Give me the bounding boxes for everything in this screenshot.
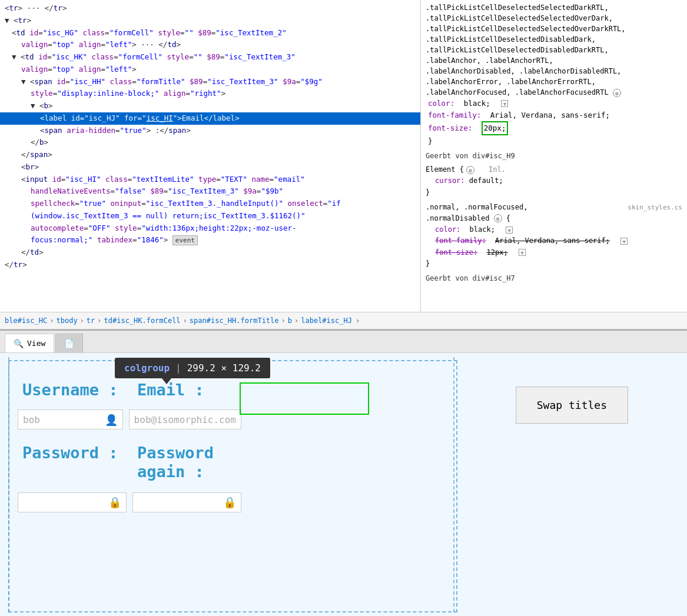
breadcrumb-sep: › <box>80 317 84 325</box>
document-icon: 📄 <box>64 339 74 348</box>
username-input-value: bob <box>23 414 40 425</box>
breadcrumb-sep: › <box>183 317 187 325</box>
breadcrumb-item[interactable]: span#isc_HH.formTitle <box>190 317 279 325</box>
tab-document[interactable]: 📄 <box>55 334 83 352</box>
css-selectors-section: .tallPickListCellDeselectedSelectedDarkR… <box>426 2 682 147</box>
tooltip-sep: | <box>175 362 181 374</box>
element-tooltip: colgroup | 299.2 × 129.2 <box>115 358 270 378</box>
css-normal-section: .normal, .normalFocused, skin_styles.cs … <box>426 202 682 269</box>
css-panel: .tallPickListCellDeselectedSelectedDarkR… <box>421 0 687 312</box>
code-line: <input id="isc_HI" class="textItemLite" … <box>0 174 420 186</box>
breadcrumb-item[interactable]: tr <box>87 317 95 325</box>
username-label: Username : <box>18 375 127 405</box>
css-rule-block: color: black; ▼ font-family: Arial, Verd… <box>428 98 682 147</box>
css-element-closing: } <box>426 187 682 198</box>
breadcrumb-item[interactable]: label#isc_HJ <box>301 317 352 325</box>
breadcrumb-sep: › <box>97 317 101 325</box>
username-input[interactable]: bob 👤 <box>18 409 123 429</box>
code-line: autocomplete="OFF" style="width:136px;he… <box>0 222 420 235</box>
normal-rule-selector2: .normalDisabled ⚙ { <box>426 213 682 224</box>
form-row-2: bob 👤 bob@isomorphic.com <box>18 409 241 429</box>
code-line: <br> <box>0 161 420 174</box>
css-closing-brace: } <box>428 135 682 147</box>
password-again-label: Password again : <box>132 438 241 488</box>
css-selector-line: .tallPickListCellDeselectedSelectedDarkR… <box>426 2 682 98</box>
css-prop-font-family: font-family: Arial, Verdana, sans-serif; <box>428 109 682 121</box>
css-prop-color: color: black; ▼ <box>428 98 682 109</box>
breadcrumb-sep: › <box>294 317 298 325</box>
code-line: ▼ <tr> <box>0 15 420 27</box>
css-normal-font-size: font-size: 12px; ▼ <box>435 247 682 258</box>
css-normal-font-family: font-family: Arial, Verdana, sans-serif;… <box>435 235 682 247</box>
code-line: </tr> <box>0 259 420 271</box>
inherited-label-2: Geerbt von div#isc_H7 <box>426 273 682 284</box>
inherited-label: Geerbt von div#isc_H9 <box>426 151 682 162</box>
css-normal-closing: } <box>426 258 682 269</box>
code-line: style="display:inline-block;" align="rig… <box>0 88 420 100</box>
top-panel: <tr> ··· </tr> ▼ <tr> <td id="isc_HG" cl… <box>0 0 687 312</box>
code-line: valign="top" align="left"> ··· </td> <box>0 39 420 51</box>
password-input-icon: 🔒 <box>108 496 121 508</box>
code-line: (window.isc_TextItem_3 == null) return;i… <box>0 210 420 222</box>
code-line: <tr> ··· </tr> <box>0 2 420 15</box>
tooltip-dimensions: 299.2 × 129.2 <box>187 362 261 374</box>
breadcrumb-item[interactable]: td#isc_HK.formCell <box>104 317 181 325</box>
password-label-cell: Password : <box>18 438 127 488</box>
password-input[interactable]: 🔒 <box>18 492 127 512</box>
green-selection-box <box>240 382 369 415</box>
username-label-cell: Username : <box>18 375 127 405</box>
form-content: Username : Email : bob 👤 bob@isomorphic.… <box>18 375 241 512</box>
normal-rule-header: .normal, .normalFocused, skin_styles.cs <box>426 202 682 213</box>
breadcrumb-bar: ble#isc_HC › tbody › tr › td#isc_HK.form… <box>0 312 687 329</box>
code-line: ▼ <td id="isc_HK" class="formCell" style… <box>0 51 420 64</box>
tooltip-arrow <box>162 378 171 384</box>
css-cursor-prop: cursor: default; <box>435 175 682 187</box>
tooltip-tag: colgroup <box>124 362 170 374</box>
password-label: Password : <box>18 438 127 468</box>
code-line: </span> <box>0 149 420 161</box>
code-line: </td> <box>0 247 420 259</box>
code-line: handleNativeEvents="false" $89="isc_Text… <box>0 185 420 198</box>
breadcrumb-sep: › <box>49 317 54 325</box>
breadcrumb-item[interactable]: tbody <box>56 317 77 325</box>
form-row-3: Password : Password again : <box>18 438 241 488</box>
view-icon: 🔍 <box>14 339 24 348</box>
code-line: ▼ <span id="isc_HH" class="formTitle" $8… <box>0 76 420 88</box>
code-line: spellcheck="true" oninput="isc_TextItem_… <box>0 198 420 210</box>
password-again-input[interactable]: 🔒 <box>132 492 241 512</box>
form-row-4: 🔒 🔒 <box>18 492 241 512</box>
email-input[interactable]: bob@isomorphic.com <box>129 409 241 429</box>
code-line: valign="top" align="left"> <box>0 64 420 76</box>
password-again-input-icon: 🔒 <box>223 496 236 508</box>
code-line-highlighted: <label id="isc_HJ" for="isc_HI">Email</l… <box>0 112 420 125</box>
code-panel: <tr> ··· </tr> ▼ <tr> <td id="isc_HG" cl… <box>0 0 421 312</box>
code-line: focus:normal;" tabindex="1846"> event <box>0 234 420 247</box>
password-again-label-cell: Password again : <box>132 438 241 488</box>
breadcrumb-arrow: › <box>356 317 360 325</box>
bottom-panel: 🔍 View 📄 colgroup | 299.2 × 129.2 Swap t… <box>0 329 687 616</box>
element-rule-header: Element { ⚙ Inl. <box>426 164 682 175</box>
code-line: </b> <box>0 136 420 149</box>
css-element-section: Element { ⚙ Inl. cursor: default; } <box>426 164 682 198</box>
code-line: <td id="isc_HG" class="formCell" style="… <box>0 27 420 39</box>
tab-view-label: View <box>27 339 45 348</box>
css-prop-font-size: font-size: 20px; <box>428 121 682 135</box>
swap-titles-button[interactable]: Swap titles <box>516 387 628 424</box>
css-normal-props: color: black; ▼ font-family: Arial, Verd… <box>435 224 682 258</box>
email-input-value: bob@isomorphic.com <box>134 414 236 425</box>
tooltip-container: colgroup | 299.2 × 129.2 <box>115 358 270 384</box>
breadcrumb-item[interactable]: b <box>288 317 292 325</box>
tab-bar: 🔍 View 📄 <box>0 331 687 353</box>
breadcrumb-sep: › <box>281 317 286 325</box>
breadcrumb-item[interactable]: ble#isc_HC <box>5 317 47 325</box>
tab-view[interactable]: 🔍 View <box>5 334 54 352</box>
username-input-icon: 👤 <box>105 414 118 426</box>
css-normal-color: color: black; ▼ <box>435 224 682 235</box>
code-line: ▼ <b> <box>0 100 420 112</box>
code-line: <span aria-hidden="true"> :</span> <box>0 125 420 137</box>
